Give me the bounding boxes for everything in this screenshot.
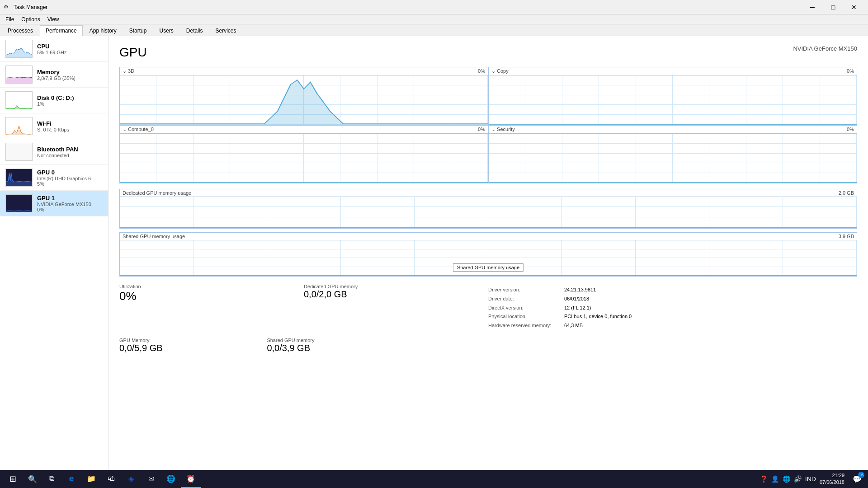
- maximize-button[interactable]: □: [823, 0, 844, 14]
- sidebar-item-cpu[interactable]: CPU 5% 1,69 GHz: [0, 36, 108, 62]
- tab-startup[interactable]: Startup: [123, 25, 153, 36]
- physical-label: Physical location:: [488, 312, 561, 321]
- tab-details[interactable]: Details: [180, 25, 209, 36]
- driver-date-row: Driver date: 06/01/2018: [488, 295, 673, 304]
- dropbox-button[interactable]: ◈: [121, 470, 141, 488]
- dedicated-mem-section: Dedicated GPU memory usage 2,0 GB: [119, 189, 857, 229]
- chart-security-svg: [489, 134, 857, 183]
- chart-copy-value: 0%: [847, 68, 854, 74]
- hardware-row: Hardware reserved memory: 64,3 MB: [488, 321, 673, 330]
- svg-marker-1: [6, 77, 32, 83]
- tray-date: 07/06/2018: [820, 479, 844, 486]
- chart-compute-box: [120, 133, 488, 183]
- tab-app-history[interactable]: App history: [84, 25, 123, 36]
- close-button[interactable]: ✕: [844, 0, 864, 14]
- gpu1-info: GPU 1 NVIDIA GeForce MX150 0%: [37, 195, 103, 212]
- dedicated-mem-label: Dedicated GPU memory usage: [123, 190, 191, 196]
- gpu1-thumbnail: [5, 194, 33, 212]
- shared-mem-chart: Shared GPU memory usage: [120, 240, 857, 276]
- cpu-thumbnail: [5, 40, 33, 58]
- shared-mem-stat-value: 0,0/3,9 GB: [267, 343, 414, 353]
- driver-date-value: 06/01/2018: [564, 295, 589, 304]
- gpu0-detail1: Intel(R) UHD Graphics 6...: [37, 176, 103, 181]
- directx-label: DirectX version:: [488, 304, 561, 313]
- driver-details: Driver version: 24.21.13.9811 Driver dat…: [488, 284, 673, 332]
- task-view-button[interactable]: ⧉: [42, 470, 61, 488]
- chart-copy-label: ⌄ Copy: [491, 68, 509, 74]
- physical-row: Physical location: PCI bus 1, device 0, …: [488, 312, 673, 321]
- notification-button[interactable]: 💬 16: [848, 470, 866, 488]
- chart-compute-value: 0%: [478, 127, 485, 132]
- start-button[interactable]: ⊞: [2, 470, 24, 488]
- gpu-mem-row: GPU Memory 0,0/5,9 GB Shared GPU memory …: [119, 336, 857, 355]
- tab-services[interactable]: Services: [210, 25, 242, 36]
- chart-security-value: 0%: [847, 127, 854, 132]
- network-button[interactable]: 🌐: [161, 470, 181, 488]
- bluetooth-thumbnail: [5, 143, 33, 161]
- wifi-detail: S: 0 R: 0 Kbps: [37, 127, 103, 132]
- physical-value: PCI bus 1, device 0, function 0: [564, 312, 632, 321]
- sound-icon[interactable]: 🔊: [794, 475, 802, 483]
- stat-spacer: [673, 282, 857, 334]
- stat-shared-memory: Shared GPU memory 0,0/3,9 GB: [267, 336, 414, 355]
- user-icon[interactable]: 👤: [771, 475, 779, 483]
- sidebar-item-disk[interactable]: Disk 0 (C: D:) 1%: [0, 88, 108, 113]
- task-manager-button[interactable]: ⏰: [181, 470, 201, 488]
- directx-row: DirectX version: 12 (FL 12.1): [488, 304, 673, 313]
- disk-info: Disk 0 (C: D:) 1%: [37, 94, 103, 107]
- minimize-button[interactable]: ─: [802, 0, 823, 14]
- chart-copy-box: [489, 75, 857, 125]
- svg-marker-0: [6, 48, 32, 57]
- disk-detail: 1%: [37, 101, 103, 107]
- content-header: GPU NVIDIA GeForce MX150: [119, 45, 857, 60]
- util-value: 0%: [119, 289, 304, 303]
- explorer-button[interactable]: 📁: [81, 470, 101, 488]
- gpu-title: GPU: [119, 45, 147, 60]
- taskbar: ⊞ 🔍 ⧉ e 📁 🛍 ◈ ✉ 🌐 ⏰ ❓ 👤 🌐 🔊 IND 21:29 07…: [0, 470, 868, 488]
- stats-row: Utilization 0% Dedicated GPU memory 0,0/…: [119, 282, 857, 334]
- dedicated-mem-max: 2,0 GB: [839, 190, 854, 196]
- tab-users[interactable]: Users: [153, 25, 179, 36]
- chart-security-label: ⌄ Security: [491, 127, 515, 132]
- tab-performance[interactable]: Performance: [40, 25, 83, 36]
- menu-options[interactable]: Options: [18, 15, 43, 23]
- edge-button[interactable]: e: [61, 470, 81, 488]
- bluetooth-detail: Not connected: [37, 153, 103, 158]
- menu-file[interactable]: File: [2, 15, 18, 23]
- menu-view[interactable]: View: [44, 15, 63, 23]
- bluetooth-name: Bluetooth PAN: [37, 146, 103, 153]
- hardware-label: Hardware reserved memory:: [488, 321, 561, 330]
- chart-copy-svg: [489, 75, 857, 125]
- chart-3d-svg: [120, 75, 488, 125]
- content-area: GPU NVIDIA GeForce MX150 ⌄ 3D 0%: [108, 36, 868, 470]
- wifi-info: Wi-Fi S: 0 R: 0 Kbps: [37, 120, 103, 132]
- chart-compute-svg: [120, 134, 488, 183]
- disk-name: Disk 0 (C: D:): [37, 94, 103, 101]
- chart-copy-labels: ⌄ Copy 0%: [489, 67, 857, 75]
- memory-info: Memory 2,8/7,9 GB (35%): [37, 69, 103, 81]
- svg-marker-2: [6, 105, 32, 109]
- cpu-detail: 5% 1,69 GHz: [37, 50, 103, 55]
- memory-detail: 2,8/7,9 GB (35%): [37, 75, 103, 81]
- store-button[interactable]: 🛍: [101, 470, 121, 488]
- charts-grid: ⌄ 3D 0%: [119, 67, 857, 183]
- search-button[interactable]: 🔍: [24, 470, 42, 488]
- mail-button[interactable]: ✉: [141, 470, 161, 488]
- sidebar-item-gpu0[interactable]: GPU 0 Intel(R) UHD Graphics 6... 5%: [0, 165, 108, 191]
- tab-processes[interactable]: Processes: [2, 25, 39, 36]
- dedicated-mem-chart: [120, 197, 857, 228]
- sidebar-item-memory[interactable]: Memory 2,8/7,9 GB (35%): [0, 62, 108, 88]
- sidebar-item-gpu1[interactable]: GPU 1 NVIDIA GeForce MX150 0%: [0, 191, 108, 216]
- dedicated-label: Dedicated GPU memory: [304, 284, 488, 289]
- svg-marker-4: [6, 173, 32, 186]
- gpu-mem-value: 0,0/5,9 GB: [119, 343, 267, 353]
- help-icon[interactable]: ❓: [760, 475, 768, 483]
- sidebar-item-wifi[interactable]: Wi-Fi S: 0 R: 0 Kbps: [0, 113, 108, 139]
- network-tray-icon[interactable]: 🌐: [783, 475, 790, 483]
- shared-mem-labels: Shared GPU memory usage 3,9 GB: [120, 233, 857, 240]
- notification-badge: 16: [858, 472, 864, 478]
- disk-thumbnail: [5, 91, 33, 109]
- dedicated-value: 0,0/2,0 GB: [304, 289, 488, 300]
- sidebar-item-bluetooth[interactable]: Bluetooth PAN Not connected: [0, 139, 108, 165]
- gpu1-detail2: 0%: [37, 207, 103, 212]
